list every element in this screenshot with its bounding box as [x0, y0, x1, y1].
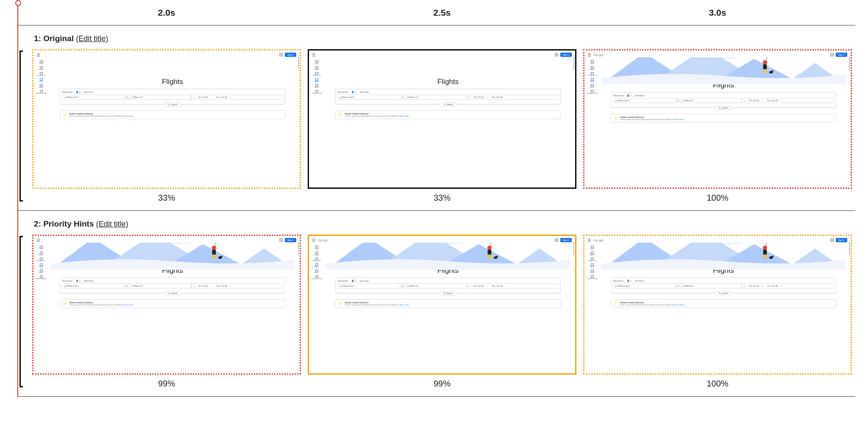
passengers-chip[interactable]: 👤 1 [351, 280, 357, 282]
scrollbar[interactable] [298, 242, 299, 255]
cabin-class-chip[interactable]: Economy [635, 280, 645, 282]
scrollbar[interactable] [573, 242, 574, 255]
nav-item-vacation-rentals[interactable]: Vacation rentals [311, 275, 322, 280]
cabin-class-chip[interactable]: Economy [360, 91, 370, 93]
apps-grid-icon[interactable] [279, 238, 283, 242]
nav-item-flights[interactable]: Flights [36, 78, 47, 83]
advisory-link[interactable]: More details [400, 115, 409, 117]
hamburger-icon[interactable] [312, 239, 315, 242]
nav-item-travel[interactable]: Travel [36, 245, 47, 250]
swap-icon[interactable]: ⇄ [125, 283, 129, 288]
apps-grid-icon[interactable] [279, 53, 283, 56]
trip-type-chip[interactable]: Round trip [613, 94, 624, 97]
nav-item-flights[interactable]: Flights [311, 263, 322, 268]
filmstrip-frame[interactable]: Sign inTravelExploreThings to doFlightsH… [29, 49, 304, 203]
filmstrip-frame[interactable]: GoogleSign inTravelExploreThings to doFl… [580, 49, 855, 203]
frame-thumbnail[interactable]: GoogleSign inTravelExploreThings to doFl… [308, 235, 576, 374]
search-button[interactable]: 🔍 Search [715, 291, 732, 295]
search-button[interactable]: 🔍 Search [439, 291, 457, 295]
destination-input[interactable]: ◎Where to? [129, 283, 191, 288]
hamburger-icon[interactable] [312, 53, 315, 56]
advisory-link[interactable]: More details [124, 115, 134, 117]
destination-input[interactable]: ◎Where to? [680, 98, 742, 103]
search-button[interactable]: 🔍 Search [164, 102, 181, 106]
scrollbar[interactable] [849, 242, 850, 255]
origin-input[interactable]: ◉Where from? [613, 283, 676, 288]
edit-title-link[interactable]: (Edit title) [96, 220, 128, 228]
destination-input[interactable]: ◎Where to? [404, 283, 467, 288]
signin-button[interactable]: Sign in [285, 238, 296, 242]
date-range-input[interactable]: ▭Fri, Oct 22‹ ›Tue, Oct 26‹ › [742, 283, 834, 288]
scrollbar[interactable] [849, 56, 850, 70]
trip-type-chip[interactable]: Round trip [62, 91, 73, 93]
apps-grid-icon[interactable] [555, 238, 558, 242]
nav-item-vacation-rentals[interactable]: Vacation rentals [36, 90, 47, 95]
frame-thumbnail[interactable]: Sign inTravelExploreThings to doFlightsH… [32, 49, 301, 189]
hamburger-icon[interactable] [37, 239, 40, 242]
hamburger-icon[interactable] [37, 53, 40, 56]
passengers-chip[interactable]: 👤 1 [627, 94, 632, 97]
date-range-input[interactable]: ▭Fri, Oct 22‹ ›Tue, Oct 26‹ › [467, 283, 558, 288]
signin-button[interactable]: Sign in [560, 53, 572, 57]
filmstrip-frame[interactable]: Sign inTravelExploreThings to doFlightsH… [304, 49, 580, 203]
signin-button[interactable]: Sign in [836, 238, 847, 242]
nav-item-things-to-do[interactable]: Things to do [311, 257, 322, 262]
nav-item-flights[interactable]: Flights [587, 263, 598, 268]
frame-thumbnail[interactable]: GoogleSign inTravelExploreThings to doFl… [583, 235, 852, 374]
filmstrip-frame[interactable]: GoogleSign inTravelExploreThings to doFl… [304, 235, 580, 388]
origin-input[interactable]: ◉Where from? [338, 95, 400, 100]
origin-input[interactable]: ◉Where from? [613, 98, 676, 103]
scrollbar[interactable] [573, 56, 574, 70]
nav-item-flights[interactable]: Flights [311, 78, 322, 83]
nav-item-travel[interactable]: Travel [36, 60, 47, 65]
nav-item-things-to-do[interactable]: Things to do [311, 72, 322, 77]
advisory-link[interactable]: More details [124, 304, 134, 306]
filmstrip-frame[interactable]: GoogleSign inTravelExploreThings to doFl… [580, 235, 855, 388]
cabin-class-chip[interactable]: Economy [84, 280, 95, 282]
hamburger-icon[interactable] [588, 53, 591, 56]
advisory-link[interactable]: More details [675, 304, 684, 306]
passengers-chip[interactable]: 👤 1 [351, 91, 357, 93]
trip-type-chip[interactable]: Round trip [62, 280, 73, 282]
trip-type-chip[interactable]: Round trip [613, 280, 624, 282]
advisory-link[interactable]: More details [400, 304, 409, 306]
cabin-class-chip[interactable]: Economy [635, 94, 645, 97]
destination-input[interactable]: ◎Where to? [680, 283, 742, 288]
nav-item-vacation-rentals[interactable]: Vacation rentals [587, 90, 598, 95]
swap-icon[interactable]: ⇄ [400, 283, 404, 288]
nav-item-flights[interactable]: Flights [587, 78, 598, 83]
nav-item-explore[interactable]: Explore [587, 251, 598, 256]
swap-icon[interactable]: ⇄ [125, 95, 129, 100]
origin-input[interactable]: ◉Where from? [62, 95, 125, 100]
cabin-class-chip[interactable]: Economy [84, 91, 95, 93]
hamburger-icon[interactable] [588, 239, 591, 242]
nav-item-explore[interactable]: Explore [36, 251, 47, 256]
nav-item-vacation-rentals[interactable]: Vacation rentals [587, 275, 598, 280]
nav-item-things-to-do[interactable]: Things to do [36, 257, 47, 262]
nav-item-travel[interactable]: Travel [311, 60, 322, 65]
destination-input[interactable]: ◎Where to? [404, 95, 467, 100]
nav-item-hotels[interactable]: Hotels [587, 84, 598, 89]
signin-button[interactable]: Sign in [285, 53, 296, 57]
trip-type-chip[interactable]: Round trip [338, 280, 349, 282]
date-range-input[interactable]: ▭Fri, Oct 22‹ ›Tue, Oct 26‹ › [191, 283, 283, 288]
apps-grid-icon[interactable] [830, 53, 834, 56]
signin-button[interactable]: Sign in [836, 53, 847, 57]
signin-button[interactable]: Sign in [560, 238, 572, 242]
nav-item-travel[interactable]: Travel [311, 245, 322, 250]
nav-item-hotels[interactable]: Hotels [311, 84, 322, 89]
nav-item-hotels[interactable]: Hotels [587, 269, 598, 274]
nav-item-travel[interactable]: Travel [587, 60, 598, 65]
destination-input[interactable]: ◎Where to? [129, 95, 191, 100]
swap-icon[interactable]: ⇄ [676, 283, 680, 288]
search-button[interactable]: 🔍 Search [715, 106, 732, 110]
nav-item-hotels[interactable]: Hotels [36, 84, 47, 89]
nav-item-explore[interactable]: Explore [311, 251, 322, 256]
apps-grid-icon[interactable] [555, 53, 558, 56]
nav-item-hotels[interactable]: Hotels [311, 269, 322, 274]
date-range-input[interactable]: ▭Fri, Oct 22‹ ›Tue, Oct 26‹ › [191, 95, 283, 100]
swap-icon[interactable]: ⇄ [400, 95, 404, 100]
edit-title-link[interactable]: (Edit title) [76, 34, 108, 43]
nav-item-flights[interactable]: Flights [36, 263, 47, 268]
nav-item-vacation-rentals[interactable]: Vacation rentals [36, 275, 47, 280]
